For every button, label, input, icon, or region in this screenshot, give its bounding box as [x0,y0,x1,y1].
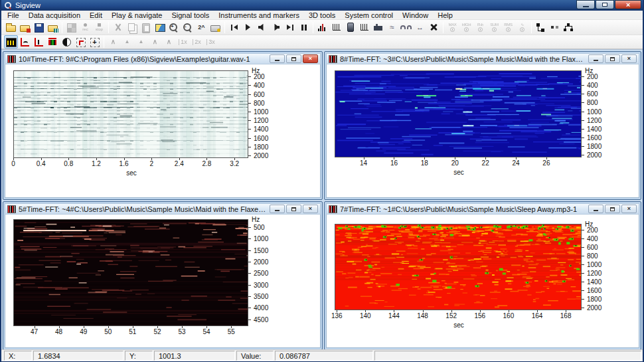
toolbar-high-instrument[interactable]: HIGH [459,21,473,34]
toolbar-zoom-3x[interactable]: 3x [204,35,218,48]
toolbar-properties[interactable] [208,21,222,34]
toolbar-play[interactable] [241,21,255,34]
toolbar-skip-to-end[interactable] [283,21,297,34]
spectrogram-plot[interactable] [13,70,248,158]
toolbar-copy[interactable] [125,21,139,34]
toolbar-play-sound-reverse[interactable] [269,21,283,34]
toolbar-signal-routing[interactable]: ↔ [413,21,427,34]
toolbar-skip-to-start[interactable] [227,21,241,34]
menu-item-window[interactable]: Window [398,11,433,20]
toolbar-signal-generator[interactable] [343,21,357,34]
child-minimize-button[interactable] [270,205,285,213]
child-close-button[interactable]: × [303,54,318,63]
toolbar-spectrogram-view[interactable] [4,35,18,48]
child-close-button[interactable]: × [303,205,318,213]
child-titlebar[interactable]: 10#Time-FFT: 9#C:\Program Files (x86)\Si… [5,53,321,64]
toolbar-peak-detect-3[interactable]: ▲ [134,35,148,48]
toolbar-peak-detect-4[interactable]: ∧ [148,35,162,48]
toolbar-open-add[interactable] [18,21,32,34]
toolbar-open[interactable] [4,21,18,34]
toolbar-black-white-contrast[interactable] [60,35,74,48]
child-titlebar[interactable]: 5#Time-FFT: ~4#C:\Users\Public\Music\Sam… [5,203,321,215]
toolbar-x-axis-settings[interactable] [18,35,32,48]
tick-mark [582,112,584,112]
app-title: Sigview [15,1,576,9]
child-restore-button[interactable] [286,54,301,63]
toolbar-zoom-out[interactable]: - [181,21,195,34]
child-restore-button[interactable] [605,54,620,63]
toolbar-comb-filter-2[interactable] [357,21,371,34]
tick-mark [582,299,584,300]
main-titlebar[interactable]: Sigview × [1,0,643,11]
toolbar-color-palette[interactable] [46,35,60,48]
spectrogram-plot[interactable] [335,70,582,157]
toolbar-3d-analysis[interactable] [371,21,385,34]
child-restore-button[interactable] [605,205,620,213]
menu-item-play-navigate[interactable]: Play & navigate [107,11,167,20]
toolbar-paste[interactable] [139,21,153,34]
toolbar-sum-instrument[interactable]: SUM [487,21,501,34]
toolbar-band-tool[interactable] [399,21,413,34]
tick-label: 1000 [254,235,268,242]
window-close-button[interactable]: × [615,0,641,9]
window-maximize-button[interactable] [596,0,614,9]
toolbar-record[interactable]: rec [78,21,92,34]
child-minimize-button[interactable] [588,54,604,63]
toolbar-smoothing[interactable]: ≈ [385,21,399,34]
menu-item-instruments-markers[interactable]: Instruments and markers [214,11,304,20]
child-titlebar[interactable]: 8#Time-FFT: ~3#C:\Users\Public\Music\Sam… [326,53,639,64]
toolbar-wave-instrument[interactable]: ∿ [515,21,529,34]
child-close-button[interactable]: × [621,54,637,63]
toolbar-cut[interactable] [111,21,125,34]
toolbar-link-markers[interactable] [548,21,562,34]
child-titlebar[interactable]: 7#Time-FFT: ~1#C:\Users\Public\Music\Sam… [326,203,639,215]
child-restore-button[interactable] [286,205,301,213]
tick-mark [582,290,584,291]
toolbar-zoom-selection[interactable] [74,35,88,48]
toolbar-peak-detect-5[interactable]: ∧ [162,35,176,48]
toolbar-pause[interactable] [297,21,311,34]
menu-item-signal-tools[interactable]: Signal tools [167,11,214,20]
toolbar-play-sound[interactable] [255,21,269,34]
toolbar-peak-detect-2[interactable]: ▲ [120,35,134,48]
toolbar-link-windows[interactable] [534,21,548,34]
toolbar-new-image[interactable] [153,21,167,34]
menu-item-data-acquisition[interactable]: Data acquisition [24,11,85,20]
menu-item-3d-tools[interactable]: 3D tools [304,11,340,20]
spectrogram-plot[interactable] [335,224,582,310]
toolbar-power-of-two[interactable]: 2^ [195,21,208,34]
toolbar-zoom-in[interactable]: + [167,21,181,34]
child-window-flaxen-1: 8#Time-FFT: ~3#C:\Users\Public\Music\Sam… [324,51,641,200]
toolbar-rb-instrument[interactable]: R›b [473,21,487,34]
menu-item-system-control[interactable]: System control [340,11,398,20]
tick-mark [582,256,584,256]
window-minimize-button[interactable] [576,0,595,9]
toolbar-fit-to-window[interactable]: + [88,35,102,48]
child-minimize-button[interactable] [270,54,285,63]
tick-label: 1200 [587,116,602,124]
child-window-flaxen-2: 5#Time-FFT: ~4#C:\Users\Public\Music\Sam… [3,201,323,349]
menu-item-file[interactable]: File [3,11,24,20]
child-close-button[interactable]: × [621,205,637,213]
tick-label: 2000 [254,152,268,159]
toolbar-open-recent[interactable] [46,21,60,34]
toolbar-comb-filter[interactable] [329,21,343,34]
toolbar-save[interactable] [32,21,46,34]
child-minimize-button[interactable] [588,205,604,213]
toolbar-max-instrument[interactable]: MAX [445,21,459,34]
toolbar-stop[interactable]: stop [92,21,106,34]
spectrogram-plot[interactable] [13,219,248,326]
toolbar-zoom-1x[interactable]: 1x [176,35,190,48]
status-x-label: X: [4,351,32,361]
menu-item-help[interactable]: Help [433,11,457,20]
toolbar-custom-tools[interactable] [427,21,441,34]
menu-item-edit[interactable]: Edit [85,11,107,20]
toolbar-fft[interactable] [315,21,329,34]
toolbar-acquisition-setup[interactable] [64,21,78,34]
toolbar-window-tree[interactable] [562,21,576,34]
tick-label: 1800 [254,143,268,150]
toolbar-rms-instrument[interactable]: RMS [501,21,515,34]
toolbar-zoom-2x[interactable]: 2x [190,35,204,48]
toolbar-peak-detect-1[interactable]: ∧ [106,35,120,48]
toolbar-y-axis-settings[interactable] [32,35,46,48]
